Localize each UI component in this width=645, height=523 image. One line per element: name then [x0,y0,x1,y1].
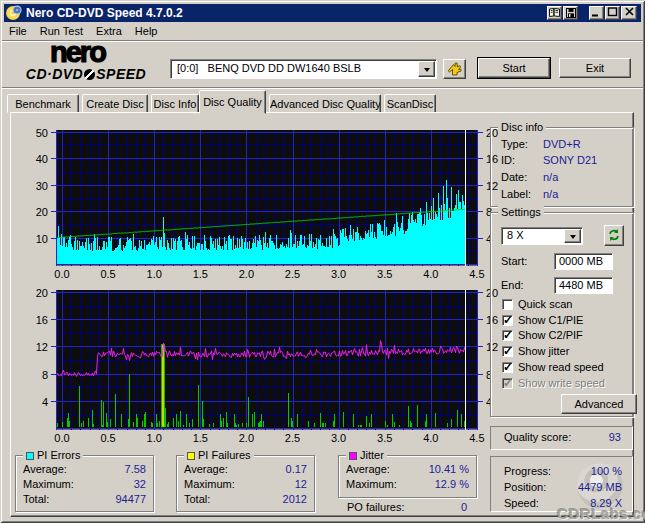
disc-label-value: n/a [543,188,558,200]
book-button[interactable] [547,6,562,20]
checkbox-show-read-speed[interactable]: ✓ [502,362,513,373]
scan-end-input[interactable]: 4480 MB [554,277,613,294]
icon-shape [569,14,570,17]
disc-type-value: DVD+R [543,138,581,150]
maximize-button[interactable] [605,6,620,20]
tab-benchmark[interactable]: Benchmark [7,94,79,113]
tab-disc-quality[interactable]: Disc Quality [199,90,266,114]
pie-average-label: Average: [23,463,67,475]
drive-select[interactable]: [0:0] BENQ DVD DD DW1640 BSLB [170,59,437,79]
icon-shape [626,8,633,15]
checkbox-label-show-jitter[interactable]: Show jitter [518,345,569,357]
pif-average-value: 0.17 [286,463,307,475]
speed-select-dropdown-button[interactable] [564,229,581,243]
chevron-down-icon [424,68,430,75]
exit-button[interactable]: Exit [559,58,631,78]
drive-select-value: [0:0] BENQ DVD DD DW1640 BSLB [177,62,361,74]
pie-total-value: 94477 [115,493,146,505]
disc-id-label: ID: [501,154,515,166]
pie-total-label: Total: [23,493,49,505]
quality-score-value: 93 [609,431,621,443]
disc-quality-page: 5020401630122081040.00.51.01.52.02.53.03… [10,112,634,517]
jitter-average-value: 10.41 % [429,463,469,475]
position-value: 4479 MB [578,481,622,493]
menu-file[interactable]: File [4,22,32,40]
axis-label: 3.0 [331,432,346,443]
axis-label: 0.5 [100,268,115,280]
minimize-button[interactable] [589,6,604,20]
axis-label: 3.5 [377,268,392,280]
check-icon: ✓ [503,376,513,390]
pi-failures-chart: 20201616121288440.00.51.01.52.02.53.03.5… [11,283,503,443]
checkbox-show-write-speed: ✓ [502,378,513,389]
jitter-maximum-label: Maximum: [346,478,397,490]
pie-maximum-value: 32 [134,478,146,490]
tab-advanced-disc-quality[interactable]: Advanced Disc Quality [269,94,381,113]
menu-help[interactable]: Help [130,22,163,40]
chevron-down-icon [570,235,576,242]
axis-label: 4.5 [469,432,484,443]
tab-disc-info[interactable]: Disc Info [151,94,199,113]
refresh-button[interactable] [604,225,624,246]
icon-shape [609,8,617,16]
disc-date-label: Date: [501,171,527,183]
close-button[interactable] [621,6,637,20]
cdrlabs-watermark: CDRLabs.com [557,505,645,523]
checkbox-quick-scan[interactable] [502,299,513,310]
tab-create-disc[interactable]: Create Disc [82,94,148,113]
pif-total-label: Total: [184,493,210,505]
axis-label: 4 [42,396,48,408]
checkbox-label-quick-scan[interactable]: Quick scan [518,298,572,310]
progress-panel: Progress: 100 % Position: 4479 MB Speed:… [490,456,633,512]
drive-select-dropdown-button[interactable] [418,61,435,77]
icon-shape [16,9,18,11]
tab-scandisc[interactable]: ScanDisc [384,94,436,113]
axis-label: 16 [36,314,48,326]
axis-label: 30 [36,180,48,192]
save-button[interactable] [563,6,578,20]
pif-maximum-label: Maximum: [184,478,235,490]
axis-label: 3.5 [377,432,392,443]
axis-label: 8 [42,369,48,381]
title-bar[interactable]: Nero CD-DVD Speed 4.7.0.2 [4,4,641,22]
advanced-button[interactable]: Advanced [561,394,637,414]
axis-label: 3.0 [331,268,346,280]
checkbox-show-c1-pie[interactable]: ✓ [502,315,513,326]
axis-label: 0.0 [54,268,69,280]
po-failures-value: 0 [461,501,467,513]
start-button[interactable]: Start [478,58,550,78]
checkbox-show-jitter[interactable]: ✓ [502,346,513,357]
settings-group: Settings 8 X Start: 0000 MB End: 4480 MB [490,207,634,417]
eject-button[interactable] [443,59,466,79]
app-window: Nero CD-DVD Speed 4.7.0.2 [0,0,645,523]
checkbox-label-show-read-speed[interactable]: Show read speed [518,361,604,373]
scan-start-input[interactable]: 0000 MB [554,253,613,270]
logo-cd-dvd: CD·DVD [26,66,83,82]
quality-score-panel: Quality score: 93 [490,426,633,450]
icon-shape [591,7,602,17]
jitter-average-label: Average: [346,463,390,475]
scan-start-value: 0000 MB [559,255,603,267]
progress-value: 100 % [591,465,622,477]
axis-label: 4.5 [469,268,484,280]
pi-errors-legend-icon [26,452,34,460]
icon-shape [592,15,598,17]
position-label: Position: [504,481,546,493]
axis-label: 2.5 [285,268,300,280]
jitter-border [338,455,477,498]
pif-average-label: Average: [184,463,228,475]
pi-failures-title-text: PI Failures [198,449,251,461]
pif-maximum-value: 12 [295,478,307,490]
icon-shape [568,13,574,17]
checkbox-label-show-c1-pie[interactable]: Show C1/PIE [518,314,583,326]
pi-errors-group: PI Errors Average: 7.58 Maximum: 32 Tota… [15,450,154,512]
pi-failures-title: PI Failures [184,449,254,461]
jitter-title-text: Jitter [360,449,384,461]
checkbox-label-show-c2-pif[interactable]: Show C2/PIF [518,329,583,341]
checkbox-show-c2-pif[interactable]: ✓ [502,330,513,341]
nero-logo-subtitle: CD·DVDSPEED [8,66,164,82]
check-icon: ✓ [503,328,513,342]
disc-glyph-icon [84,69,95,80]
speed-select[interactable]: 8 X [501,227,583,245]
pi-errors-title-text: PI Errors [37,449,80,461]
